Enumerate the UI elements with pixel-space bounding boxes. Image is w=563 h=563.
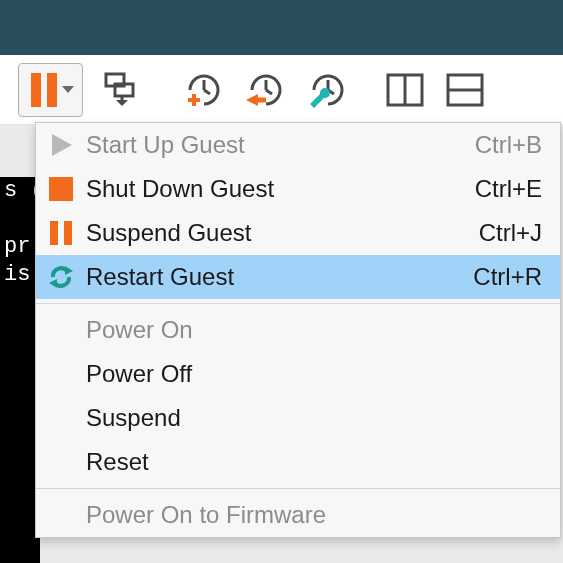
- menu-item-shortcut: Ctrl+B: [475, 131, 560, 159]
- svg-marker-19: [52, 134, 72, 156]
- pause-icon: [36, 220, 86, 246]
- stop-icon: [36, 176, 86, 202]
- svg-rect-21: [50, 221, 58, 245]
- snapshot-add-button[interactable]: [171, 63, 233, 117]
- svg-line-6: [204, 90, 210, 94]
- menu-separator: [36, 488, 560, 489]
- menu-item-power-on-firmware: Power On to Firmware: [36, 493, 560, 537]
- clock-add-icon: [182, 72, 222, 108]
- clock-wrench-icon: [306, 72, 346, 108]
- menu-item-label: Start Up Guest: [86, 131, 475, 159]
- svg-rect-1: [47, 73, 57, 107]
- menu-item-label: Power On: [86, 316, 542, 344]
- clock-back-icon: [244, 72, 284, 108]
- snapshot-revert-button[interactable]: [233, 63, 295, 117]
- svg-rect-0: [31, 73, 41, 107]
- snapshot-icon: [102, 72, 142, 108]
- menu-item-label: Restart Guest: [86, 263, 473, 291]
- menu-item-label: Power On to Firmware: [86, 501, 542, 529]
- svg-rect-22: [64, 221, 72, 245]
- chevron-down-icon: [62, 86, 74, 93]
- menu-item-restart-guest[interactable]: Restart Guest Ctrl+R: [36, 255, 560, 299]
- svg-line-10: [266, 90, 272, 94]
- svg-marker-23: [65, 266, 73, 275]
- menu-item-shortcut: Ctrl+J: [479, 219, 560, 247]
- svg-rect-20: [49, 177, 73, 201]
- split-vertical-button[interactable]: [435, 63, 495, 117]
- menu-item-shutdown-guest[interactable]: Shut Down Guest Ctrl+E: [36, 167, 560, 211]
- menu-item-label: Shut Down Guest: [86, 175, 475, 203]
- menu-item-startup-guest: Start Up Guest Ctrl+B: [36, 123, 560, 167]
- svg-marker-24: [49, 279, 57, 288]
- snapshot-button[interactable]: [91, 63, 153, 117]
- menu-item-power-on: Power On: [36, 308, 560, 352]
- window-titlebar: [0, 0, 563, 55]
- split-horizontal-button[interactable]: [375, 63, 435, 117]
- console-output: s ( pr is: [0, 177, 40, 563]
- svg-marker-11: [246, 94, 258, 106]
- main-toolbar: [0, 55, 563, 125]
- menu-item-reset[interactable]: Reset: [36, 440, 560, 484]
- menu-item-label: Suspend: [86, 404, 542, 432]
- menu-item-label: Suspend Guest: [86, 219, 479, 247]
- restart-icon: [36, 263, 86, 291]
- menu-item-shortcut: Ctrl+R: [473, 263, 560, 291]
- menu-item-suspend-guest[interactable]: Suspend Guest Ctrl+J: [36, 211, 560, 255]
- menu-item-label: Power Off: [86, 360, 542, 388]
- menu-item-shortcut: Ctrl+E: [475, 175, 560, 203]
- pause-icon: [29, 73, 59, 107]
- split-v-icon: [446, 73, 484, 107]
- play-icon: [36, 132, 86, 158]
- menu-item-suspend[interactable]: Suspend: [36, 396, 560, 440]
- power-dropdown-menu: Start Up Guest Ctrl+B Shut Down Guest Ct…: [35, 122, 561, 538]
- menu-separator: [36, 303, 560, 304]
- snapshot-manage-button[interactable]: [295, 63, 357, 117]
- menu-item-power-off[interactable]: Power Off: [36, 352, 560, 396]
- menu-item-label: Reset: [86, 448, 542, 476]
- split-h-icon: [386, 73, 424, 107]
- pause-dropdown-button[interactable]: [18, 63, 83, 117]
